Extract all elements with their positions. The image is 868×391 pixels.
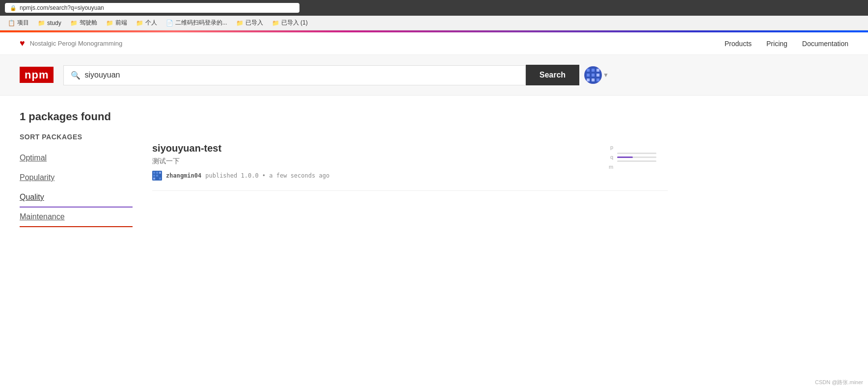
sidebar-item-maintenance[interactable]: Maintenance xyxy=(20,208,133,227)
bookmark-icon: 📁 xyxy=(272,20,279,26)
results-count: 1 packages found xyxy=(20,110,668,123)
npm-logo-text: npm xyxy=(20,67,54,83)
url-bar[interactable]: 🔒 npmjs.com/search?q=siyouyuan xyxy=(5,3,299,13)
content-layout: Sort Packages Optimal Popularity Quality… xyxy=(20,133,668,227)
bookmark-icon: 📁 xyxy=(106,20,113,26)
search-button[interactable]: Search xyxy=(526,65,579,85)
sidebar-item-quality[interactable]: Quality xyxy=(20,188,133,208)
svg-rect-5 xyxy=(597,69,599,72)
search-row: npm 🔍 Search ▼ xyxy=(20,65,609,85)
npm-logo: npm xyxy=(20,69,54,81)
package-name[interactable]: siyouyuan-test xyxy=(152,143,609,154)
avatar-dropdown-icon[interactable]: ▼ xyxy=(603,72,609,78)
package-card-inner: siyouyuan-test 测试一下 xyxy=(152,143,668,181)
brand-text: Nostalgic Perogi Monogramming xyxy=(30,40,123,47)
nav-documentation[interactable]: Documentation xyxy=(802,40,848,48)
lock-icon: 🔒 xyxy=(10,5,17,11)
package-info: siyouyuan-test 测试一下 xyxy=(152,143,609,181)
user-avatar[interactable] xyxy=(584,66,602,84)
svg-rect-13 xyxy=(153,175,155,177)
sidebar: Sort Packages Optimal Popularity Quality… xyxy=(20,133,133,227)
score-labels: p q m xyxy=(609,143,613,172)
browser-chrome: 🔒 npmjs.com/search?q=siyouyuan xyxy=(0,0,868,16)
publisher-avatar xyxy=(152,171,162,181)
svg-rect-2 xyxy=(592,69,595,72)
bookmark-item[interactable]: 📁 已导入 (1) xyxy=(268,18,312,28)
svg-rect-11 xyxy=(153,172,155,174)
search-input[interactable] xyxy=(84,71,518,79)
bookmark-icon: 📁 xyxy=(136,20,143,26)
nav-pricing[interactable]: Pricing xyxy=(766,40,787,48)
score-bar-m xyxy=(617,160,656,162)
score-bar-p xyxy=(617,153,656,154)
score-q-label: q xyxy=(609,153,613,162)
package-meta: zhangmin04 published 1.0.0 • a few secon… xyxy=(152,171,609,181)
svg-rect-4 xyxy=(592,74,595,77)
svg-rect-8 xyxy=(592,78,595,81)
nav-products[interactable]: Products xyxy=(725,40,752,48)
bookmark-item[interactable]: 📁 驾驶舱 xyxy=(66,18,101,28)
score-area: p q m xyxy=(609,143,668,172)
bookmark-icon: 📁 xyxy=(38,20,45,26)
bookmarks-bar: 📋 项目 📁 study 📁 驾驶舱 📁 前端 📁 个人 📄 二维码扫码登录的.… xyxy=(0,16,868,30)
svg-rect-12 xyxy=(156,172,158,174)
bookmark-item[interactable]: 📋 项目 xyxy=(4,18,33,28)
score-bar-q xyxy=(617,156,656,158)
npm-nav: Products Pricing Documentation xyxy=(725,40,848,48)
score-p-label: p xyxy=(609,143,613,153)
package-list: siyouyuan-test 测试一下 xyxy=(152,133,668,227)
bookmark-icon: 📋 xyxy=(8,20,15,26)
svg-rect-17 xyxy=(159,178,161,180)
score-bars xyxy=(617,150,656,164)
package-description: 测试一下 xyxy=(152,157,609,166)
bookmark-item[interactable]: 📁 已导入 xyxy=(232,18,267,28)
svg-rect-7 xyxy=(597,78,599,81)
search-icon: 🔍 xyxy=(71,71,81,80)
publisher-name: zhangmin04 xyxy=(166,172,201,179)
search-section: npm 🔍 Search ▼ xyxy=(0,55,868,96)
bookmark-item[interactable]: 📁 前端 xyxy=(102,18,131,28)
url-text: npmjs.com/search?q=siyouyuan xyxy=(20,4,104,11)
bookmark-icon: 📁 xyxy=(70,20,78,26)
score-m-label: m xyxy=(609,162,613,172)
svg-rect-6 xyxy=(587,78,590,81)
svg-rect-3 xyxy=(587,74,590,77)
published-text: published 1.0.0 • a few seconds ago xyxy=(205,172,329,179)
sidebar-item-popularity[interactable]: Popularity xyxy=(20,168,133,188)
bookmark-item[interactable]: 📁 study xyxy=(34,19,65,27)
heart-icon: ♥ xyxy=(20,38,25,49)
search-input-wrap: 🔍 xyxy=(63,65,525,85)
svg-rect-14 xyxy=(156,175,158,177)
bookmark-item[interactable]: 📁 个人 xyxy=(132,18,161,28)
bookmark-item[interactable]: 📄 二维码扫码登录的... xyxy=(162,18,231,28)
sidebar-item-optimal[interactable]: Optimal xyxy=(20,149,133,168)
bookmark-icon: 📄 xyxy=(166,20,173,26)
sort-heading: Sort Packages xyxy=(20,133,133,141)
svg-rect-1 xyxy=(587,69,590,72)
main-content: 1 packages found Sort Packages Optimal P… xyxy=(0,96,687,242)
table-row: siyouyuan-test 测试一下 xyxy=(152,133,668,191)
bookmark-icon: 📁 xyxy=(236,20,244,26)
npm-brand: ♥ Nostalgic Perogi Monogramming xyxy=(20,38,122,49)
svg-rect-15 xyxy=(159,172,161,174)
svg-rect-9 xyxy=(597,74,599,77)
svg-rect-16 xyxy=(153,178,155,180)
npm-header: ♥ Nostalgic Perogi Monogramming Products… xyxy=(0,32,868,55)
